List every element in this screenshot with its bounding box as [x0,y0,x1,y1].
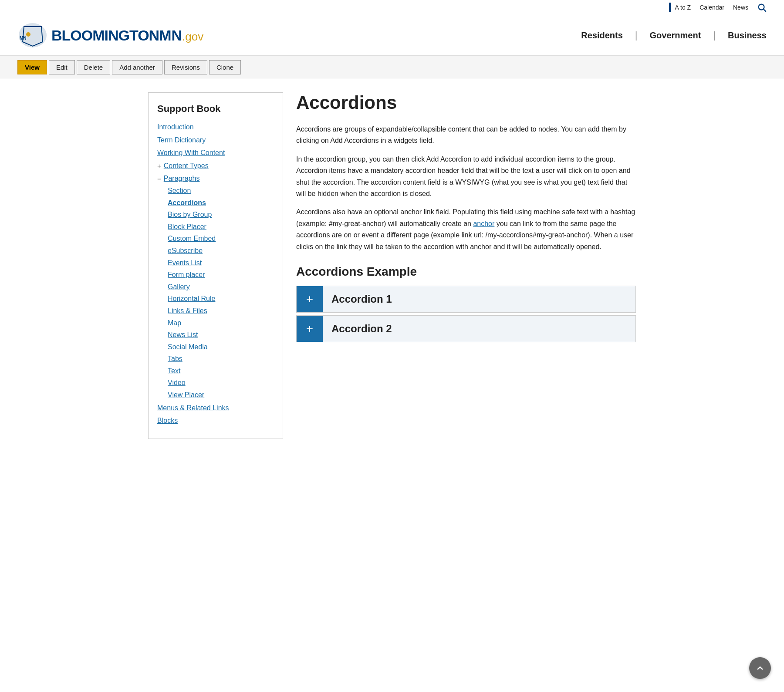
content-body: Accordions are groups of expandable/coll… [296,124,636,253]
sidebar-link-accordions[interactable]: Accordions [168,199,206,206]
sidebar-link-gallery[interactable]: Gallery [168,283,190,290]
main-nav: Residents | Government | Business [581,29,767,42]
sidebar-link-content-types[interactable]: Content Types [164,160,209,172]
sidebar-link-paragraphs[interactable]: Paragraphs [164,173,200,184]
sidebar-link-social-media[interactable]: Social Media [168,343,208,351]
sidebar-item-view-placer: View Placer [168,389,274,401]
sidebar-link-menus-related-links[interactable]: Menus & Related Links [157,404,229,412]
utility-links: A to Z Calendar News [669,3,767,12]
sidebar-link-events-list[interactable]: Events List [168,259,202,267]
sidebar-item-social-media: Social Media [168,341,274,353]
accordion-expand-icon-1[interactable]: + [297,286,323,312]
logo-area: MN BLOOMINGTONMN.gov [17,22,203,48]
state-icon: MN [17,22,48,48]
svg-point-4 [26,32,30,37]
nav-residents[interactable]: Residents [581,29,623,42]
sidebar-link-section[interactable]: Section [168,187,191,194]
utility-link-atoz[interactable]: A to Z [675,4,691,11]
accordion-item-2[interactable]: + Accordion 2 [296,315,636,342]
section-title: Accordions Example [296,265,636,279]
sidebar-link-view-placer[interactable]: View Placer [168,391,204,398]
admin-btn-delete[interactable]: Delete [77,60,110,74]
anchor-link[interactable]: anchor [473,220,494,227]
sidebar-item-text: Text [168,365,274,377]
sidebar-item-working-with-content: Working With Content [157,147,274,159]
sidebar-link-video[interactable]: Video [168,379,186,386]
sidebar-link-news-list[interactable]: News List [168,331,198,338]
admin-toolbar: View Edit Delete Add another Revisions C… [0,56,784,79]
sidebar-item-term-dictionary: Term Dictionary [157,135,274,146]
sidebar-link-blocks[interactable]: Blocks [157,417,178,424]
svg-line-1 [764,9,766,11]
admin-btn-clone[interactable]: Clone [209,60,241,74]
expand-icon-paragraphs[interactable]: − [157,175,161,182]
accordion-item-1[interactable]: + Accordion 1 [296,286,636,313]
utility-link-calendar[interactable]: Calendar [700,4,724,11]
content-paragraph-3: Accordions also have an optional anchor … [296,206,636,253]
sidebar-item-video: Video [168,377,274,388]
accordion-expand-icon-2[interactable]: + [297,316,323,342]
sidebar-item-section: Section [168,185,274,196]
logo-city: BLOOMINGTON [51,27,159,44]
sidebar-title: Support Book [157,103,274,115]
sidebar-item-blocks: Blocks [157,415,274,426]
nav-government[interactable]: Government [650,29,701,42]
sidebar-item-content-types: + Content Types [157,160,274,172]
sidebar-link-horizontal-rule[interactable]: Horizontal Rule [168,295,215,302]
admin-btn-revisions[interactable]: Revisions [164,60,207,74]
sidebar-item-accordions: Accordions [168,197,274,209]
sidebar-item-paragraphs: − Paragraphs Section Accordions Bios by … [157,173,274,400]
utility-link-news[interactable]: News [733,4,748,11]
sidebar: Support Book Introduction Term Dictionar… [148,92,283,439]
sidebar-link-text[interactable]: Text [168,367,180,375]
sidebar-item-tabs: Tabs [168,353,274,365]
main-layout: Support Book Introduction Term Dictionar… [139,92,645,439]
sidebar-link-working-with-content[interactable]: Working With Content [157,149,225,156]
sidebar-item-events-list: Events List [168,257,274,269]
sidebar-link-map[interactable]: Map [168,319,181,327]
nav-sep-1: | [635,30,638,41]
sidebar-item-custom-embed: Custom Embed [168,233,274,244]
utility-bar: A to Z Calendar News [0,0,784,15]
sidebar-item-form-placer: Form placer [168,269,274,280]
sidebar-item-menus-related-links: Menus & Related Links [157,402,274,414]
sidebar-link-term-dictionary[interactable]: Term Dictionary [157,136,206,144]
admin-btn-view[interactable]: View [17,60,47,74]
sidebar-item-gallery: Gallery [168,281,274,293]
sidebar-item-news-list: News List [168,329,274,341]
content-paragraph-1: Accordions are groups of expandable/coll… [296,124,636,147]
logo-mn: MN [159,27,182,44]
accordion-label-1: Accordion 1 [323,286,401,312]
admin-btn-add-another[interactable]: Add another [112,60,162,74]
sidebar-link-form-placer[interactable]: Form placer [168,271,205,278]
logo-gov: .gov [182,30,203,43]
admin-btn-edit[interactable]: Edit [49,60,75,74]
sidebar-link-introduction[interactable]: Introduction [157,123,194,131]
sidebar-item-map: Map [168,317,274,329]
sidebar-item-links-files: Links & Files [168,305,274,317]
sidebar-link-custom-embed[interactable]: Custom Embed [168,235,216,242]
sidebar-link-links-files[interactable]: Links & Files [168,307,207,314]
nav-sep-2: | [713,30,716,41]
sidebar-link-esubscribe[interactable]: eSubscribe [168,247,203,254]
sidebar-nav: Introduction Term Dictionary Working Wit… [157,122,274,426]
logo-text: BLOOMINGTONMN.gov [51,27,203,44]
sidebar-link-tabs[interactable]: Tabs [168,355,182,362]
content-area: Accordions Accordions are groups of expa… [296,92,636,439]
sidebar-link-block-placer[interactable]: Block Placer [168,223,206,230]
content-paragraph-2: In the accordion group, you can then cli… [296,154,636,200]
sidebar-item-introduction: Introduction [157,122,274,133]
expand-icon-content-types[interactable]: + [157,162,161,169]
sidebar-item-block-placer: Block Placer [168,221,274,233]
search-icon [757,3,767,12]
page-title: Accordions [296,92,636,113]
site-header: MN BLOOMINGTONMN.gov Residents | Governm… [0,15,784,56]
sidebar-link-bios-by-group[interactable]: Bios by Group [168,211,212,218]
search-button[interactable] [757,3,767,12]
sidebar-item-bios-by-group: Bios by Group [168,209,274,220]
accordion-label-2: Accordion 2 [323,316,401,342]
sidebar-item-horizontal-rule: Horizontal Rule [168,293,274,304]
nav-business[interactable]: Business [728,29,767,42]
sidebar-item-esubscribe: eSubscribe [168,245,274,257]
